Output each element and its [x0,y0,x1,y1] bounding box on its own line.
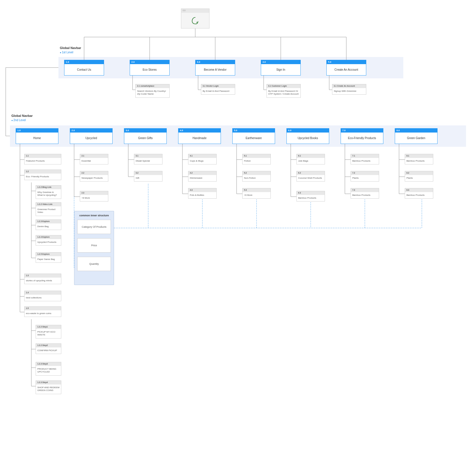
level-badge-1: 1st Level [60,51,73,54]
nav-contact-us[interactable]: 1.0 Contact Us [64,60,104,76]
nav-eco-stores[interactable]: 2.0 Eco Stores [130,60,170,76]
nav-become-vendor[interactable]: 3.0 Become A Vendor [195,60,235,76]
home-blog-link: 1.2.2 Blog Link Why Greetree & What Is U… [36,185,61,199]
section-label-navbar-1: Global Navbar [60,46,81,50]
nav-upcycled[interactable]: 2.0 Upcycled [70,128,113,144]
home-ecowaste: 1.5 eco-waste to green coins [24,306,61,317]
home-video-link: 1.2.2 Video Link Greenree Product Video [36,202,61,216]
common-inner-structure: common Inner structure Category Of Produ… [74,211,114,285]
home-explore-upcycled: 1.2.4 Explore Upcycled Products [36,235,61,246]
upcycled-more: 2.3 +8 More [80,191,108,201]
home-explore-denim: 1.2.3 Explore Denim Bag [36,219,61,230]
sub-csmarketplace: 2.1 csmarketplace Search Vendors By Coun… [135,84,170,98]
nav-handmade[interactable]: 4.0 Handmade [178,128,221,144]
home-stories: 1.3 stories of upcycling minds [24,274,61,284]
earth-fiction: 5.1 Fiction [242,154,271,164]
inner-price: Price [77,238,111,253]
handmade-pots: 4.3 Pots & Bottles [188,188,217,199]
nav-sign-in[interactable]: 4.0 Sign In [261,60,301,76]
handmade-cups: 4.1 Cups & Mugs [188,154,217,164]
home-ecofriendly: 1.2 Eco- Friendly Products [24,170,61,180]
books-bamboo: 6.3 Bamboo Products [296,191,325,201]
section-label-navbar-2: Global Navbar [11,114,33,117]
home-explore-paper: 1.2.5 Explore Paper Saree Bag [36,252,61,263]
books-coconut: 6.2 Coconut Shell Products [296,171,325,182]
inner-category: Category Of Products [77,220,111,234]
home-step2: 1.2.2 Step2 CONFIRM PICKUP [36,343,61,354]
garden-bamboo: 8.1 Bamboo Products [405,154,433,164]
home-collections: 1.4 best collections [24,291,61,301]
nav-create-account[interactable]: 5.0 Create An Account [326,60,366,76]
sub-vendor-login: 3.1 Vendor Login By Email Id And Passwor… [201,84,235,95]
inner-title: common Inner structure [77,214,111,217]
greengifts-gift: 3.2 Gift [134,171,162,182]
earth-nonfiction: 5.2 Non-Fiction [242,171,271,182]
nav-earthenware[interactable]: 5.0 Earthenware [232,128,275,144]
sub-create-account: 3.1 Create An Account Signup With Greenr… [332,84,366,95]
greenree-logo-icon [191,16,200,25]
handmade-kitchen: 4.2 Kitchenware [188,171,217,182]
nav-green-garden[interactable]: 8.0 Green Garden [395,128,438,144]
home-step4: 1.2.3 Step4 SHOP AND REDEEM GREEN COINS [36,380,61,394]
home-step1: 1.2.2 Step1 PICKUP MY ECO WASTE [36,325,61,339]
greengifts-diwali: 3.1 Diwali Special [134,154,162,164]
level-badge-2: 2nd Level [11,119,26,122]
nav-green-gifts[interactable]: 3.0 Green Gifts [124,128,167,144]
upcycled-newspaper: 2.2 Newspaper Products [80,171,108,182]
garden-bamboo2: 8.3 Bamboo Products [405,188,433,199]
logo-container [181,13,209,28]
garden-plants: 8.2 Plants [405,171,433,182]
root-id: 0.0 [181,9,209,13]
books-jute: 6.1 Jute Bags [296,154,325,164]
earth-more: 5.3 +6 More [242,188,271,199]
eco-plants: 7.2 Plants [351,171,379,182]
sub-customer-login: 3.1 Customer Login By Email Id And Passw… [267,84,301,98]
home-step3: 1.2.3 Step3 PRODUCT BEING UPCYCLED [36,362,61,376]
nav-upcycled-books[interactable]: 6.0 Upcycled Books [286,128,329,144]
nav-eco-friendly[interactable]: 7.0 Eco-Friendly Products [341,128,383,144]
eco-bamboo2: 7.3 Bamboo Products [351,188,379,199]
nav-home[interactable]: 1.0 Home [16,128,58,144]
upcycled-essential: 2.1 Essential [80,154,108,164]
eco-bamboo: 7.1 Bamboo Products [351,154,379,164]
inner-quantity: Quantity [77,257,111,271]
home-featured: 1.1 Featured Products [24,154,61,164]
root-node: 0.0 [181,9,209,28]
